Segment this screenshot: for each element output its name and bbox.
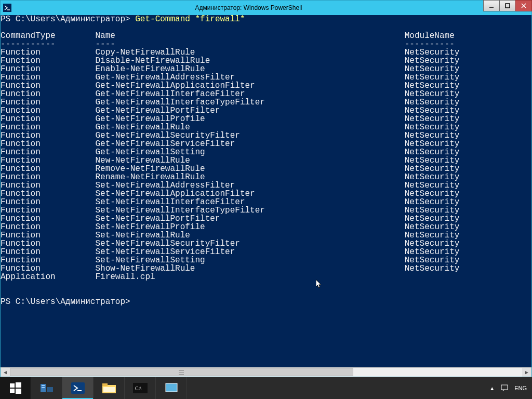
svg-text:C:\: C:\: [135, 385, 141, 391]
svg-rect-18: [103, 387, 115, 392]
taskbar-powershell[interactable]: [62, 377, 94, 399]
taskbar-server-manager[interactable]: [31, 377, 62, 399]
system-tray[interactable]: ▲ ENG: [484, 377, 532, 399]
console-area[interactable]: PS C:\Users\Администратор> Get-Command *…: [1, 15, 531, 377]
action-center-icon[interactable]: [501, 384, 508, 392]
taskbar-explorer[interactable]: [94, 377, 125, 399]
scroll-track[interactable]: [10, 368, 522, 377]
horizontal-scrollbar[interactable]: ◄ ►: [1, 367, 531, 377]
svg-rect-21: [166, 383, 177, 392]
powershell-icon: [1, 1, 14, 15]
window-controls: [483, 1, 531, 15]
desktop-icon: [165, 382, 178, 394]
close-button[interactable]: [515, 0, 532, 11]
cmd-icon: C:\: [133, 383, 148, 393]
server-manager-icon: [39, 382, 54, 394]
svg-rect-11: [47, 387, 53, 392]
svg-rect-9: [16, 389, 21, 394]
powershell-window: Администратор: Windows PowerShell PS C:\…: [0, 0, 532, 377]
taskbar-cmd[interactable]: C:\: [125, 377, 156, 399]
file-explorer-icon: [102, 382, 116, 394]
console-output[interactable]: PS C:\Users\Администратор> Get-Command *…: [1, 15, 531, 367]
tray-overflow-icon[interactable]: ▲: [489, 385, 495, 391]
svg-rect-13: [42, 387, 45, 388]
svg-rect-3: [506, 4, 510, 8]
svg-rect-17: [102, 383, 108, 386]
taskbar[interactable]: C:\ ▲ ENG: [0, 377, 532, 399]
maximize-button[interactable]: [499, 0, 516, 11]
taskbar-desktop[interactable]: [156, 377, 187, 399]
svg-rect-8: [10, 389, 15, 393]
scroll-thumb[interactable]: [10, 368, 353, 376]
windows-logo-icon: [10, 382, 21, 394]
titlebar[interactable]: Администратор: Windows PowerShell: [1, 1, 531, 15]
scroll-left-arrow[interactable]: ◄: [1, 368, 10, 377]
svg-rect-12: [42, 385, 45, 386]
scroll-right-arrow[interactable]: ►: [522, 368, 531, 377]
start-button[interactable]: [0, 377, 31, 399]
svg-rect-7: [16, 382, 21, 388]
svg-rect-23: [501, 385, 508, 390]
svg-rect-6: [10, 383, 15, 388]
tray-language[interactable]: ENG: [514, 385, 527, 391]
window-title: Администратор: Windows PowerShell: [14, 1, 483, 15]
powershell-taskbar-icon: [71, 382, 85, 394]
minimize-button[interactable]: [483, 0, 500, 11]
